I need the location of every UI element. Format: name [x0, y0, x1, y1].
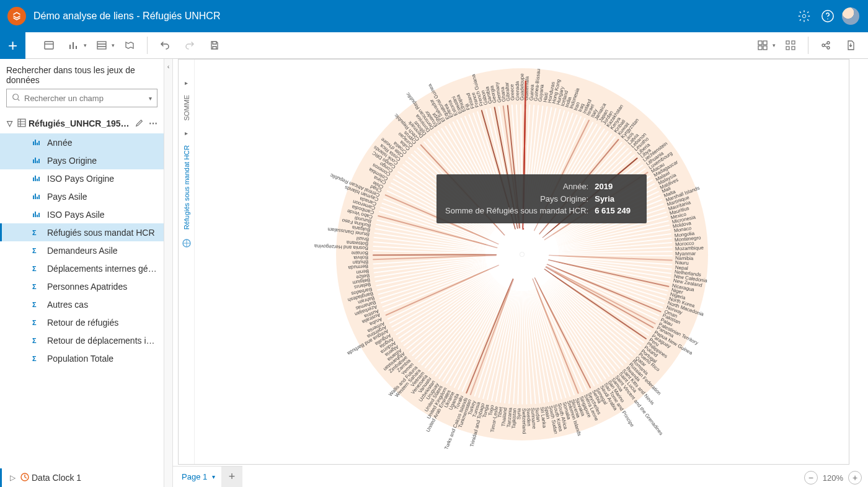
separator	[147, 37, 148, 54]
field-item[interactable]: ΣDéplacements internes gérés …	[0, 259, 164, 277]
card-data-clock[interactable]: ▸ SOMME ▸ Réfugiés sous mandat HCR Afgha…	[178, 59, 849, 465]
theme-icon	[785, 40, 796, 51]
layout-caret[interactable]: ▾	[773, 42, 776, 48]
chart-area[interactable]: AfghanistanAlbaniaAlgeriaAndorraAngolaAn…	[195, 60, 849, 464]
workbook-title: Démo analyse de liens - Réfugiés UNHCR	[33, 11, 791, 22]
collapse-toggle[interactable]: ▽	[4, 119, 15, 128]
field-label: Autres cas	[47, 300, 157, 310]
export-icon	[845, 40, 856, 51]
expand-toggle[interactable]: ▷	[7, 473, 18, 482]
add-page-button[interactable]: +	[221, 466, 242, 487]
field-label: Retour de réfugiés	[47, 318, 157, 328]
chevron-down-icon[interactable]: ▾	[212, 473, 215, 480]
chevron-left-icon: ‹	[167, 63, 170, 70]
chevron-down-icon[interactable]: ▾	[149, 95, 152, 102]
zoom-controls: − 120% +	[804, 471, 862, 485]
card-axis-rail: ▸ SOMME ▸ Réfugiés sous mandat HCR	[179, 60, 195, 464]
field-item[interactable]: ΣAutres cas	[0, 295, 164, 313]
svg-point-2	[827, 19, 828, 19]
dataset-header[interactable]: ▽ Réfugiés_UNHCR_1951… ⋯	[0, 114, 164, 133]
field-item[interactable]: ΣRetour de déplacements inter…	[0, 331, 164, 349]
dataset-name: Réfugiés_UNHCR_1951…	[29, 118, 133, 128]
table-icon	[96, 40, 107, 51]
field-item[interactable]: Pays Asile	[0, 187, 164, 205]
settings-button[interactable]	[794, 6, 815, 27]
data-pane-title: Rechercher dans tous les jeux de données	[0, 59, 164, 89]
share-tool[interactable]	[815, 35, 836, 56]
field-item[interactable]: Pays Origine	[0, 151, 164, 169]
export-tool[interactable]	[840, 35, 861, 56]
axis-label-field[interactable]: Réfugiés sous mandat HCR	[183, 145, 190, 230]
user-avatar[interactable]	[842, 7, 859, 25]
numeric-field-icon: Σ	[32, 265, 47, 272]
arrow-icon: ▸	[185, 79, 188, 86]
field-item[interactable]: ΣDemandeurs Asile	[0, 241, 164, 259]
numeric-field-icon: Σ	[32, 229, 47, 236]
card-list-item[interactable]: ▷ Data Clock 1	[0, 468, 164, 487]
svg-rect-17	[18, 119, 25, 127]
collapse-handle[interactable]: ‹	[164, 59, 173, 487]
numeric-field-icon: Σ	[32, 283, 47, 290]
tooltip-key: Année:	[445, 181, 588, 193]
field-label: Population Totale	[47, 354, 157, 364]
field-label: Réfugiés sous mandat HCR	[47, 228, 157, 238]
tooltip-value: 2019	[595, 181, 638, 193]
string-field-icon	[32, 138, 47, 147]
card-tool[interactable]	[38, 35, 60, 56]
gear-icon	[797, 9, 811, 23]
field-label: ISO Pays Asile	[47, 210, 157, 220]
svg-rect-3	[45, 42, 53, 49]
rename-button[interactable]	[133, 118, 146, 129]
undo-button[interactable]	[154, 35, 175, 56]
separator	[808, 37, 808, 54]
arrow-icon: ▸	[185, 130, 188, 136]
zoom-level: 120%	[823, 473, 843, 483]
field-label: Personnes Apatrides	[47, 282, 157, 292]
chart-tool[interactable]	[63, 35, 84, 56]
redo-button[interactable]	[179, 35, 200, 56]
card-item-label: Data Clock 1	[32, 473, 81, 483]
chart-tooltip: Année:2019 Pays Origine:Syria Somme de R…	[436, 174, 647, 223]
app-logo	[7, 7, 26, 25]
share-icon	[820, 40, 831, 51]
zoom-in-button[interactable]: +	[848, 471, 862, 485]
help-button[interactable]	[817, 6, 838, 27]
table-tool[interactable]	[91, 35, 112, 56]
theme-tool[interactable]	[780, 35, 801, 56]
add-button[interactable]: +	[0, 32, 25, 59]
map-tool[interactable]	[119, 35, 140, 56]
table-tool-caret[interactable]: ▾	[112, 42, 115, 48]
svg-point-13	[822, 44, 825, 47]
svg-rect-10	[792, 41, 795, 44]
radial-chart: AfghanistanAlbaniaAlgeriaAndorraAngolaAn…	[336, 68, 708, 440]
main-area: Rechercher dans tous les jeux de données…	[0, 59, 868, 487]
zoom-out-button[interactable]: −	[804, 471, 818, 485]
field-item[interactable]: ISO Pays Origine	[0, 169, 164, 187]
layout-tool[interactable]	[752, 35, 773, 56]
svg-rect-9	[786, 41, 789, 44]
svg-rect-5	[758, 41, 762, 45]
string-field-icon	[32, 174, 47, 183]
redo-icon	[184, 40, 195, 51]
field-search[interactable]: ▾	[6, 89, 157, 107]
field-label: Retour de déplacements inter…	[47, 336, 157, 346]
axis-label-value[interactable]: SOMME	[183, 95, 190, 121]
save-button[interactable]	[204, 35, 225, 56]
radial-center	[520, 252, 524, 256]
chart-tool-caret[interactable]: ▾	[84, 42, 87, 48]
dataset-menu[interactable]: ⋯	[146, 118, 160, 128]
bar-chart-icon	[68, 40, 79, 51]
svg-rect-8	[763, 46, 767, 50]
field-search-input[interactable]	[24, 94, 149, 103]
field-item[interactable]: ISO Pays Asile	[0, 205, 164, 223]
svg-point-14	[827, 42, 830, 44]
field-item[interactable]: Année	[0, 133, 164, 151]
field-item[interactable]: ΣPopulation Totale	[0, 349, 164, 367]
page-tab[interactable]: Page 1 ▾	[173, 466, 224, 487]
field-item[interactable]: ΣRéfugiés sous mandat HCR	[0, 223, 164, 241]
field-label: Pays Asile	[47, 192, 157, 202]
field-item[interactable]: ΣRetour de réfugiés	[0, 313, 164, 331]
page-tab-label: Page 1	[182, 472, 207, 481]
card-icon	[43, 40, 55, 51]
field-item[interactable]: ΣPersonnes Apatrides	[0, 277, 164, 295]
